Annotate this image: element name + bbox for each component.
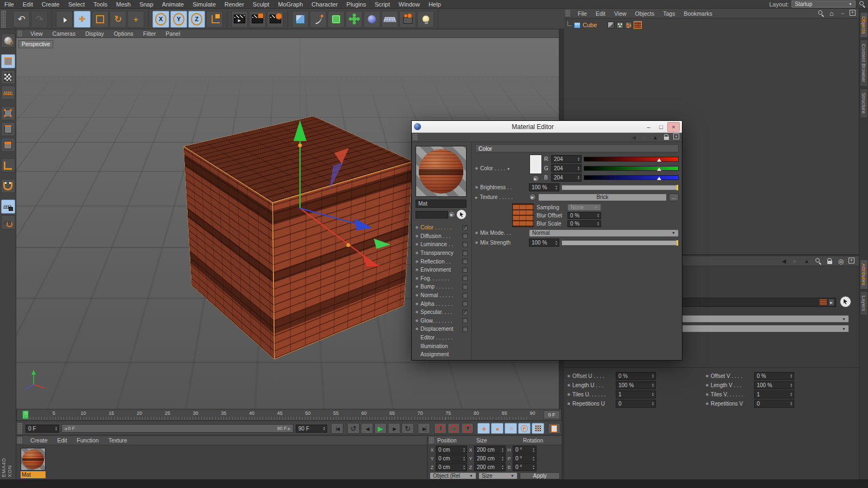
channel-glow[interactable]: Glow. . . . . . . — [416, 317, 468, 325]
animation-dot-icon[interactable] — [567, 384, 570, 387]
home-icon[interactable] — [828, 10, 835, 17]
material-manager-grip[interactable] — [17, 437, 22, 444]
material-name-field[interactable]: Mat — [416, 200, 467, 208]
object-manager-grip[interactable] — [565, 10, 570, 17]
texture-mode-button[interactable] — [1, 70, 15, 84]
spinner-icon[interactable] — [597, 221, 599, 226]
channel-checkbox[interactable] — [462, 259, 468, 264]
texture-shader-button[interactable]: Brick — [538, 194, 667, 201]
animation-dot-icon[interactable] — [706, 375, 709, 377]
material-thumbnail[interactable] — [21, 448, 46, 471]
search-icon[interactable] — [817, 10, 825, 17]
spinner-icon[interactable] — [652, 392, 654, 397]
viewport-menu-display[interactable]: Display — [80, 30, 108, 37]
transport-grip[interactable] — [17, 423, 22, 434]
coordinate-field[interactable]: 200 cm — [474, 446, 506, 454]
forward-icon[interactable] — [641, 133, 648, 141]
property-field[interactable]: 1 — [754, 390, 794, 399]
spinner-icon[interactable] — [501, 447, 504, 452]
animation-dot-icon[interactable] — [475, 167, 478, 170]
viewport-menu-panel[interactable]: Panel — [161, 30, 185, 37]
menu-file[interactable]: File — [0, 1, 18, 8]
brightness-field[interactable]: 100 % — [529, 183, 559, 191]
material-preview[interactable] — [416, 146, 467, 197]
redo-button[interactable] — [31, 11, 48, 28]
record-rotation-button[interactable] — [505, 423, 517, 434]
texture-thumbnail[interactable] — [512, 203, 534, 227]
menu-help[interactable]: Help — [424, 1, 445, 8]
close-button[interactable]: × — [667, 122, 680, 132]
channel-checkbox[interactable] — [462, 233, 468, 239]
spinner-icon[interactable] — [555, 240, 558, 245]
next-key-button[interactable] — [401, 423, 414, 434]
channel-environment[interactable]: Environment — [416, 266, 468, 274]
object-manager-menu-file[interactable]: File — [573, 10, 591, 17]
mix-mode-select[interactable]: Normal — [529, 229, 679, 237]
cube-object[interactable] — [225, 137, 360, 320]
channel-checkbox[interactable] — [462, 275, 468, 281]
channel-checkbox[interactable] — [462, 301, 468, 306]
spinner-icon[interactable] — [652, 383, 654, 388]
channel-checkbox[interactable] — [462, 251, 468, 256]
channel-diffusion[interactable]: Diffusion . . . — [416, 232, 468, 241]
spinner-icon[interactable] — [577, 157, 580, 162]
spinner-icon[interactable] — [501, 465, 504, 470]
channel-checkbox[interactable] — [462, 318, 468, 323]
coordinate-field[interactable]: 0 ° — [513, 463, 537, 471]
axis-mode-button[interactable] — [1, 158, 15, 172]
blur-scale-field[interactable]: 0 % — [567, 220, 601, 227]
object-manager-menu-edit[interactable]: Edit — [591, 10, 610, 17]
axis-x-button[interactable]: X — [152, 11, 169, 28]
material-editor-titlebar[interactable]: Material Editor – □ × — [412, 121, 682, 133]
menu-create[interactable]: Create — [37, 1, 64, 8]
last-tool-button[interactable] — [127, 11, 144, 28]
subdivision-surface-button[interactable] — [328, 11, 344, 28]
forward-icon[interactable] — [792, 258, 799, 265]
viewport-menu-cameras[interactable]: Cameras — [48, 30, 81, 37]
channel-alpha[interactable]: Alpha . . . . . . — [416, 299, 468, 308]
tab-objects[interactable]: Objects — [860, 12, 868, 38]
channel-color[interactable]: Color . . . . . . — [416, 223, 468, 232]
spinner-icon[interactable] — [463, 456, 465, 461]
material-manager-menu-texture[interactable]: Texture — [104, 437, 132, 444]
material-slot[interactable]: Mat — [21, 448, 46, 478]
search-icon[interactable] — [814, 258, 822, 265]
spinner-icon[interactable] — [555, 185, 558, 190]
menu-sculpt[interactable]: Sculpt — [248, 1, 274, 8]
tab-layers[interactable]: Layers — [860, 291, 868, 316]
workplane-grid-button[interactable] — [1, 215, 15, 229]
channel-luminance[interactable]: Luminance . . — [416, 240, 468, 249]
up-icon[interactable] — [652, 133, 659, 141]
texture-arrow-button[interactable] — [529, 194, 536, 201]
coordinate-field[interactable]: 200 cm — [474, 454, 506, 463]
object-manager-menu-objects[interactable]: Objects — [631, 10, 659, 17]
minimal-interface-button[interactable] — [548, 423, 560, 434]
spinner-icon[interactable] — [501, 456, 504, 461]
snap-button[interactable] — [1, 179, 15, 193]
pick-button[interactable] — [456, 209, 467, 220]
animation-dot-icon[interactable] — [475, 232, 478, 234]
spline-pen-button[interactable] — [310, 11, 327, 28]
rgb-gradient-slider[interactable] — [584, 166, 679, 171]
coordinate-mode-select[interactable]: Object (Rel — [430, 472, 476, 479]
shader-field[interactable] — [416, 211, 448, 219]
spinner-icon[interactable] — [652, 401, 654, 406]
toolbar-grip[interactable] — [1, 10, 6, 28]
previous-frame-button[interactable] — [361, 423, 373, 434]
rgb-gradient-slider[interactable] — [584, 157, 679, 162]
goto-start-button[interactable] — [331, 423, 343, 434]
axis-y-button[interactable]: Y — [170, 11, 187, 28]
spinner-icon[interactable] — [790, 392, 793, 397]
brightness-slider[interactable] — [561, 185, 679, 190]
autokeying-button[interactable] — [448, 423, 460, 434]
search-icon[interactable] — [858, 1, 866, 8]
property-field[interactable]: 100 % — [616, 381, 656, 389]
channel-transparency[interactable]: Transparency — [416, 249, 468, 258]
viewport-menu-options[interactable]: Options — [109, 30, 138, 37]
spinner-icon[interactable] — [532, 447, 535, 452]
dropdown-triangle-icon[interactable] — [507, 165, 509, 171]
object-mode-button[interactable] — [1, 54, 15, 68]
coordinate-field[interactable]: 200 cm — [474, 463, 506, 471]
tab-content-browser[interactable]: Content Browser — [860, 40, 868, 87]
menu-animate[interactable]: Animate — [158, 1, 188, 8]
